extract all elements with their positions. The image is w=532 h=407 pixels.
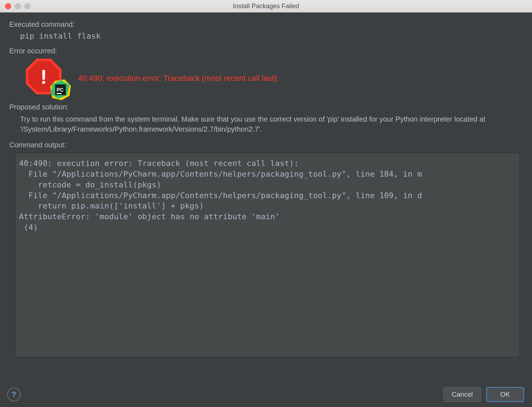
pycharm-badge-icon: PC (50, 79, 71, 100)
zoom-window-icon (24, 3, 30, 9)
command-output-label: Command output: (9, 141, 523, 149)
cancel-button[interactable]: Cancel (443, 387, 481, 402)
error-icon: ! PC (26, 59, 69, 98)
executed-command-label: Executed command: (9, 20, 523, 29)
executed-command-value: pip install flask (20, 31, 523, 40)
window-title: Install Packages Failed (0, 3, 532, 10)
error-occurred-label: Error occurred: (9, 47, 523, 55)
svg-rect-4 (57, 93, 62, 94)
help-button[interactable]: ? (7, 388, 21, 401)
window-titlebar: Install Packages Failed (0, 0, 532, 13)
proposed-solution-text: Try to run this command from the system … (20, 114, 523, 134)
window-controls (5, 3, 30, 9)
close-window-icon[interactable] (5, 3, 11, 9)
help-icon: ? (11, 390, 16, 399)
error-message: 40:490: execution error: Traceback (most… (78, 74, 279, 83)
command-output-text[interactable]: 40:490: execution error: Traceback (most… (15, 153, 520, 357)
ok-button[interactable]: OK (486, 387, 524, 402)
proposed-solution-label: Proposed solution: (9, 103, 523, 111)
minimize-window-icon (15, 3, 21, 9)
svg-text:PC: PC (57, 87, 63, 93)
